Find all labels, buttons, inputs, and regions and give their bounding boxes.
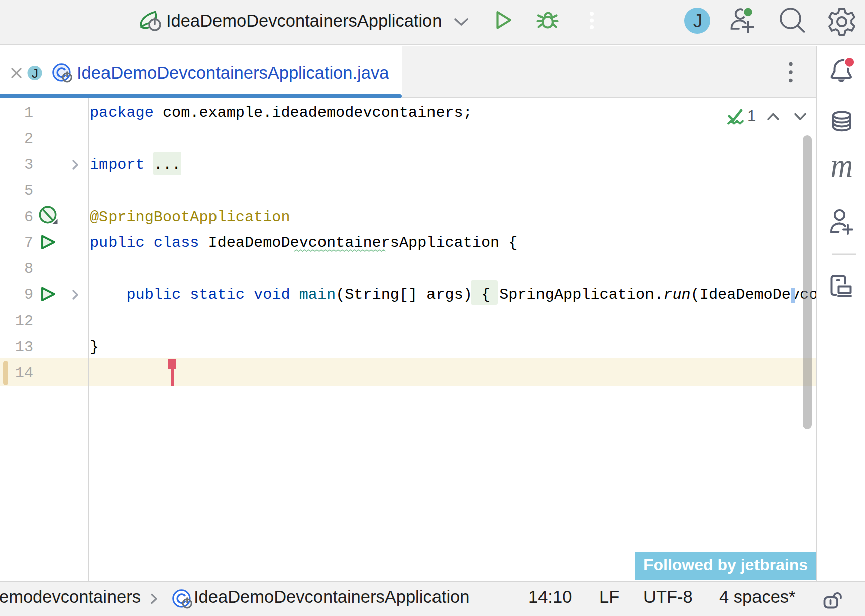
svg-text:m: m [831, 146, 853, 185]
svg-text:J: J [32, 66, 38, 81]
svg-text:J: J [693, 11, 703, 31]
svg-text:1: 1 [747, 107, 756, 125]
